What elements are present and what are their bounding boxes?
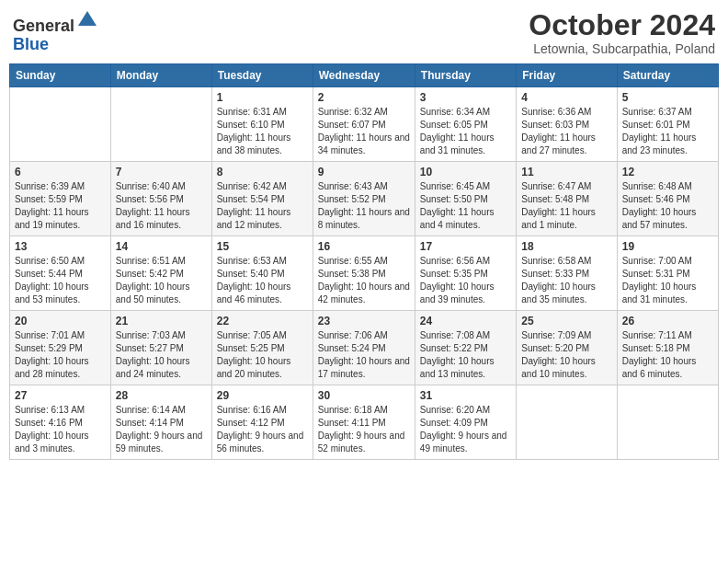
day-info: Sunrise: 6:18 AM Sunset: 4:11 PM Dayligh… [318, 404, 410, 455]
weekday-header: Saturday [617, 64, 718, 87]
calendar-day-cell: 4Sunrise: 6:36 AM Sunset: 6:03 PM Daylig… [517, 87, 617, 162]
day-number: 22 [217, 315, 308, 327]
calendar-day-cell: 31Sunrise: 6:20 AM Sunset: 4:09 PM Dayli… [415, 385, 516, 460]
calendar-day-cell: 29Sunrise: 6:16 AM Sunset: 4:12 PM Dayli… [211, 385, 313, 460]
day-number: 5 [622, 91, 713, 104]
day-info: Sunrise: 6:34 AM Sunset: 6:05 PM Dayligh… [420, 106, 511, 157]
calendar-day-cell: 21Sunrise: 7:03 AM Sunset: 5:27 PM Dayli… [110, 311, 211, 385]
day-number: 15 [217, 240, 308, 253]
calendar-header-row: SundayMondayTuesdayWednesdayThursdayFrid… [10, 64, 719, 87]
day-info: Sunrise: 6:43 AM Sunset: 5:52 PM Dayligh… [318, 180, 410, 232]
day-number: 16 [318, 240, 410, 253]
day-number: 12 [622, 166, 713, 178]
calendar-week-row: 6Sunrise: 6:39 AM Sunset: 5:59 PM Daylig… [10, 162, 719, 236]
calendar-day-cell: 5Sunrise: 6:37 AM Sunset: 6:01 PM Daylig… [617, 87, 718, 162]
day-number: 19 [622, 240, 713, 253]
weekday-header: Tuesday [211, 64, 313, 87]
day-info: Sunrise: 6:32 AM Sunset: 6:07 PM Dayligh… [318, 106, 410, 157]
day-info: Sunrise: 7:05 AM Sunset: 5:25 PM Dayligh… [217, 329, 308, 381]
day-info: Sunrise: 6:58 AM Sunset: 5:33 PM Dayligh… [521, 255, 611, 306]
calendar-table: SundayMondayTuesdayWednesdayThursdayFrid… [9, 63, 719, 460]
day-info: Sunrise: 6:42 AM Sunset: 5:54 PM Dayligh… [217, 180, 308, 232]
day-number: 17 [420, 240, 511, 253]
weekday-header: Monday [110, 64, 211, 87]
day-info: Sunrise: 6:40 AM Sunset: 5:56 PM Dayligh… [116, 180, 207, 232]
day-info: Sunrise: 6:14 AM Sunset: 4:14 PM Dayligh… [116, 404, 207, 455]
day-number: 20 [15, 315, 106, 327]
day-number: 11 [521, 166, 611, 178]
day-info: Sunrise: 7:01 AM Sunset: 5:29 PM Dayligh… [15, 329, 106, 381]
day-info: Sunrise: 6:45 AM Sunset: 5:50 PM Dayligh… [420, 180, 511, 232]
calendar-day-cell: 15Sunrise: 6:53 AM Sunset: 5:40 PM Dayli… [211, 236, 313, 311]
day-info: Sunrise: 7:03 AM Sunset: 5:27 PM Dayligh… [116, 329, 207, 381]
day-number: 30 [318, 389, 410, 402]
calendar-day-cell: 16Sunrise: 6:55 AM Sunset: 5:38 PM Dayli… [313, 236, 415, 311]
calendar-day-cell: 3Sunrise: 6:34 AM Sunset: 6:05 PM Daylig… [415, 87, 516, 162]
day-number: 18 [521, 240, 611, 253]
calendar-day-cell [10, 87, 111, 162]
calendar-day-cell: 23Sunrise: 7:06 AM Sunset: 5:24 PM Dayli… [313, 311, 415, 385]
logo-blue-text: Blue [13, 35, 49, 53]
day-number: 21 [116, 315, 207, 327]
calendar-day-cell: 17Sunrise: 6:56 AM Sunset: 5:35 PM Dayli… [415, 236, 516, 311]
day-info: Sunrise: 6:56 AM Sunset: 5:35 PM Dayligh… [420, 255, 511, 306]
day-info: Sunrise: 6:39 AM Sunset: 5:59 PM Dayligh… [15, 180, 106, 232]
day-number: 2 [318, 91, 410, 104]
day-number: 9 [318, 166, 410, 178]
calendar-day-cell: 24Sunrise: 7:08 AM Sunset: 5:22 PM Dayli… [415, 311, 516, 385]
logo: General Blue [13, 9, 98, 54]
logo-general-text: General [13, 17, 74, 35]
day-info: Sunrise: 6:37 AM Sunset: 6:01 PM Dayligh… [622, 106, 713, 157]
day-number: 25 [521, 315, 611, 327]
calendar-day-cell: 2Sunrise: 6:32 AM Sunset: 6:07 PM Daylig… [313, 87, 415, 162]
day-number: 28 [116, 389, 207, 402]
weekday-header: Friday [517, 64, 617, 87]
day-info: Sunrise: 6:51 AM Sunset: 5:42 PM Dayligh… [116, 255, 207, 306]
day-info: Sunrise: 6:13 AM Sunset: 4:16 PM Dayligh… [15, 404, 106, 455]
calendar-day-cell: 25Sunrise: 7:09 AM Sunset: 5:20 PM Dayli… [517, 311, 617, 385]
weekday-header: Sunday [10, 64, 111, 87]
calendar-day-cell: 27Sunrise: 6:13 AM Sunset: 4:16 PM Dayli… [10, 385, 111, 460]
svg-marker-0 [78, 11, 97, 26]
calendar-day-cell: 22Sunrise: 7:05 AM Sunset: 5:25 PM Dayli… [211, 311, 313, 385]
day-number: 4 [521, 91, 611, 104]
calendar-day-cell: 13Sunrise: 6:50 AM Sunset: 5:44 PM Dayli… [10, 236, 111, 311]
day-info: Sunrise: 6:36 AM Sunset: 6:03 PM Dayligh… [521, 106, 611, 157]
day-number: 24 [420, 315, 511, 327]
weekday-header: Wednesday [313, 64, 415, 87]
calendar-day-cell: 20Sunrise: 7:01 AM Sunset: 5:29 PM Dayli… [10, 311, 111, 385]
day-info: Sunrise: 6:50 AM Sunset: 5:44 PM Dayligh… [15, 255, 106, 306]
day-info: Sunrise: 6:48 AM Sunset: 5:46 PM Dayligh… [622, 180, 713, 232]
calendar-day-cell: 26Sunrise: 7:11 AM Sunset: 5:18 PM Dayli… [617, 311, 718, 385]
title-block: October 2024 Letownia, Subcarpathia, Pol… [529, 9, 715, 56]
day-number: 13 [15, 240, 106, 253]
calendar-day-cell: 1Sunrise: 6:31 AM Sunset: 6:10 PM Daylig… [211, 87, 313, 162]
calendar-day-cell [110, 87, 211, 162]
day-number: 23 [318, 315, 410, 327]
calendar-week-row: 27Sunrise: 6:13 AM Sunset: 4:16 PM Dayli… [10, 385, 719, 460]
day-number: 29 [217, 389, 308, 402]
calendar-day-cell: 6Sunrise: 6:39 AM Sunset: 5:59 PM Daylig… [10, 162, 111, 236]
calendar-day-cell: 9Sunrise: 6:43 AM Sunset: 5:52 PM Daylig… [313, 162, 415, 236]
month-title: October 2024 [529, 9, 715, 41]
calendar-day-cell: 12Sunrise: 6:48 AM Sunset: 5:46 PM Dayli… [617, 162, 718, 236]
day-info: Sunrise: 7:08 AM Sunset: 5:22 PM Dayligh… [420, 329, 511, 381]
calendar-day-cell: 18Sunrise: 6:58 AM Sunset: 5:33 PM Dayli… [517, 236, 617, 311]
day-number: 7 [116, 166, 207, 178]
calendar-day-cell [617, 385, 718, 460]
day-info: Sunrise: 6:20 AM Sunset: 4:09 PM Dayligh… [420, 404, 511, 455]
day-info: Sunrise: 6:16 AM Sunset: 4:12 PM Dayligh… [217, 404, 308, 455]
calendar-day-cell: 19Sunrise: 7:00 AM Sunset: 5:31 PM Dayli… [617, 236, 718, 311]
calendar-week-row: 1Sunrise: 6:31 AM Sunset: 6:10 PM Daylig… [10, 87, 719, 162]
weekday-header: Thursday [415, 64, 516, 87]
day-number: 3 [420, 91, 511, 104]
calendar-day-cell: 30Sunrise: 6:18 AM Sunset: 4:11 PM Dayli… [313, 385, 415, 460]
calendar-day-cell: 11Sunrise: 6:47 AM Sunset: 5:48 PM Dayli… [517, 162, 617, 236]
day-info: Sunrise: 7:06 AM Sunset: 5:24 PM Dayligh… [318, 329, 410, 381]
day-info: Sunrise: 6:55 AM Sunset: 5:38 PM Dayligh… [318, 255, 410, 306]
day-number: 6 [15, 166, 106, 178]
day-info: Sunrise: 7:00 AM Sunset: 5:31 PM Dayligh… [622, 255, 713, 306]
day-number: 14 [116, 240, 207, 253]
day-info: Sunrise: 7:11 AM Sunset: 5:18 PM Dayligh… [622, 329, 713, 381]
day-number: 31 [420, 389, 511, 402]
